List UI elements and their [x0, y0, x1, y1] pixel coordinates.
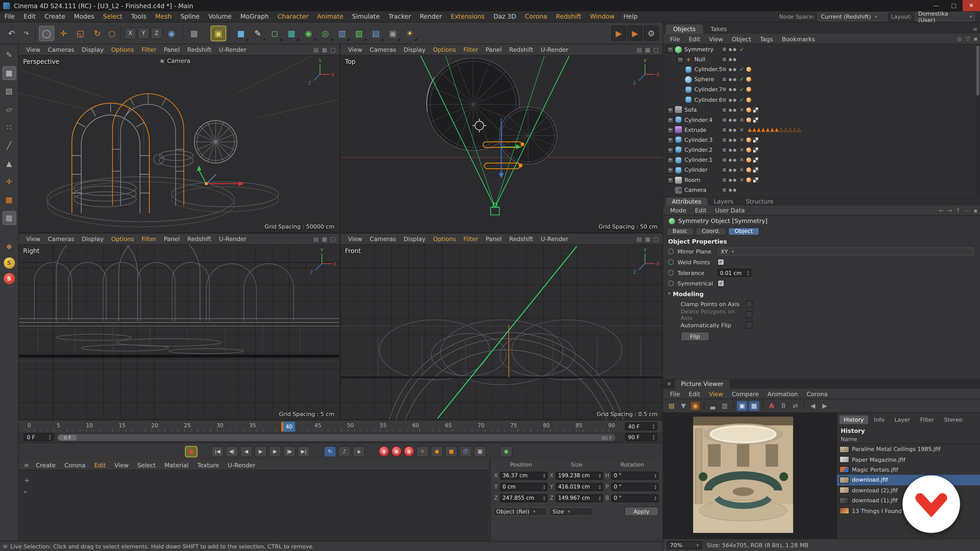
- last-tool-button[interactable]: ◯: [106, 25, 118, 41]
- viewport-menu-item[interactable]: View: [22, 46, 44, 53]
- uvw-tag-icon[interactable]: [753, 107, 758, 112]
- viewport-menu-item[interactable]: Options: [107, 235, 138, 242]
- panel-menu-item[interactable]: File: [666, 35, 684, 42]
- object-row[interactable]: Camera ✓ ✕: [663, 185, 980, 195]
- uvw-tag-icon[interactable]: [753, 148, 758, 152]
- full-size-button[interactable]: ▦: [749, 401, 759, 411]
- viewport-menu-item[interactable]: Panel: [160, 235, 183, 242]
- menu-item[interactable]: Spline: [176, 13, 204, 20]
- plugin-s-button[interactable]: S: [3, 257, 14, 268]
- history-back-icon[interactable]: ←: [939, 207, 943, 213]
- viewport-menu-item[interactable]: Cameras: [366, 235, 400, 242]
- pv-menu-item[interactable]: View: [705, 390, 728, 397]
- material-tag-icon[interactable]: [746, 107, 751, 112]
- size-mode-select[interactable]: Size▾: [549, 507, 593, 516]
- menu-item[interactable]: Volume: [204, 13, 236, 20]
- edges-mode-button[interactable]: ╱: [2, 139, 16, 152]
- expand-icon[interactable]: [677, 86, 684, 93]
- position-field[interactable]: 36.37 cm▴▾: [500, 472, 547, 480]
- solo-button[interactable]: S: [3, 273, 14, 284]
- viewport-layout-icon[interactable]: ▤: [313, 46, 319, 52]
- clamp-points-checkbox[interactable]: ✓: [746, 300, 752, 307]
- viewport-menu-item[interactable]: Options: [107, 46, 138, 53]
- attribute-tab[interactable]: Structure: [740, 197, 780, 206]
- camera-button[interactable]: ▣: [385, 25, 401, 41]
- expand-icon[interactable]: [677, 76, 684, 83]
- menu-item[interactable]: Daz 3D: [489, 13, 520, 20]
- workplane-button[interactable]: ▦: [186, 25, 202, 41]
- layer-square-icon[interactable]: [722, 47, 727, 52]
- parameter-button[interactable]: Ⓟ: [460, 446, 472, 457]
- layer-square-icon[interactable]: [722, 118, 727, 122]
- material-menu-item[interactable]: Create: [32, 462, 60, 468]
- attribute-subtab[interactable]: Coord.: [695, 227, 726, 235]
- volume-button[interactable]: ▥: [334, 25, 350, 41]
- viewport-menu-item[interactable]: Filter: [138, 235, 160, 242]
- uvw-tag-icon[interactable]: [753, 138, 758, 143]
- flip-button[interactable]: Flip: [681, 332, 709, 341]
- texture-mode-button[interactable]: ▨: [2, 84, 16, 98]
- image-canvas[interactable]: [663, 413, 837, 539]
- layer-square-icon[interactable]: [722, 97, 727, 102]
- viewport-grid-icon[interactable]: ▦: [322, 46, 327, 52]
- uvw-tag-icon[interactable]: [753, 118, 758, 122]
- material-tag-icon[interactable]: [746, 148, 751, 152]
- menu-item[interactable]: Tools: [127, 13, 151, 20]
- auto-key-button[interactable]: ●: [185, 446, 197, 457]
- expand-icon[interactable]: [667, 46, 674, 52]
- pv-tab[interactable]: History: [839, 416, 868, 424]
- polygons-mode-button[interactable]: ▲: [2, 157, 16, 171]
- keyframe-selection-button[interactable]: ▦: [474, 446, 486, 457]
- texture-tags[interactable]: ▲▲▲▲▲▲▲△△△△△: [748, 127, 801, 133]
- panel-menu-icon[interactable]: ≡: [21, 462, 32, 468]
- more-icon[interactable]: ⋯: [964, 207, 970, 213]
- object-row[interactable]: Symmetry ✓ ✕: [663, 44, 980, 54]
- visibility-dots[interactable]: [729, 46, 738, 52]
- record-pla-button[interactable]: ✛: [416, 446, 429, 457]
- next-key-button[interactable]: |▶: [283, 446, 296, 457]
- panel-menu-item[interactable]: Object: [727, 35, 756, 42]
- material-tag-icon[interactable]: [746, 168, 751, 173]
- visibility-dots[interactable]: [729, 187, 738, 193]
- enabled-check-icon[interactable]: ✓: [739, 76, 744, 83]
- object-row[interactable]: Cylinder.2 ✓ ✕: [663, 145, 980, 155]
- disabled-cross-icon[interactable]: ✕: [739, 147, 744, 153]
- coordinate-mode-select[interactable]: Object (Rel)▾: [493, 507, 547, 516]
- viewport-maximize-icon[interactable]: □: [330, 236, 336, 242]
- viewport-menu-item[interactable]: Cameras: [366, 46, 400, 53]
- record-position-button[interactable]: ●: [391, 446, 402, 457]
- object-tree-scrollbar[interactable]: [976, 44, 980, 196]
- layer-square-icon[interactable]: [722, 138, 727, 143]
- environment-button[interactable]: ▤: [368, 25, 383, 41]
- panel-menu-item[interactable]: User Data: [711, 207, 749, 214]
- enabled-check-icon[interactable]: ✓: [739, 66, 744, 73]
- enable-axis-button[interactable]: ✛: [2, 175, 16, 189]
- viewport-menu-item[interactable]: Options: [429, 46, 460, 53]
- attribute-subtab[interactable]: Basic: [667, 227, 694, 235]
- visibility-dots[interactable]: [729, 157, 738, 163]
- material-tag-icon[interactable]: [746, 118, 751, 122]
- viewport-menu-item[interactable]: U-Render: [537, 46, 572, 53]
- viewport-menu-item[interactable]: Redshift: [183, 235, 215, 242]
- object-row[interactable]: Sphere ✓ ✕: [663, 75, 980, 84]
- layer-square-icon[interactable]: [722, 127, 727, 132]
- panel-menu-item[interactable]: View: [705, 35, 728, 42]
- range-start-field[interactable]: 0 F▴▾: [24, 433, 54, 441]
- pv-toolbar-button[interactable]: [762, 402, 763, 410]
- anim-circle-icon[interactable]: [668, 259, 674, 265]
- camera-label[interactable]: ▣Camera: [160, 57, 190, 64]
- material-tag-icon[interactable]: [746, 178, 751, 183]
- pv-menu-item[interactable]: File: [666, 390, 684, 397]
- pv-tab[interactable]: Info: [870, 416, 889, 424]
- expand-icon[interactable]: [667, 106, 674, 113]
- menu-item[interactable]: Window: [586, 13, 619, 20]
- viewport-menu-item[interactable]: Panel: [160, 46, 183, 53]
- viewport-front[interactable]: Y X Z Front Grid Spacing : 0.5 cm: [341, 245, 662, 420]
- object-row[interactable]: Cylinder ✓ ✕: [663, 165, 980, 175]
- object-row[interactable]: Cylinder.4 ✓ ✕: [663, 115, 980, 125]
- viewport-menu-item[interactable]: Display: [400, 235, 429, 242]
- viewport-grid-icon[interactable]: ▦: [645, 236, 650, 242]
- material-tag-icon[interactable]: [746, 157, 751, 162]
- preview-button[interactable]: ●: [500, 446, 512, 457]
- viewport-grid-icon[interactable]: ▦: [645, 46, 650, 52]
